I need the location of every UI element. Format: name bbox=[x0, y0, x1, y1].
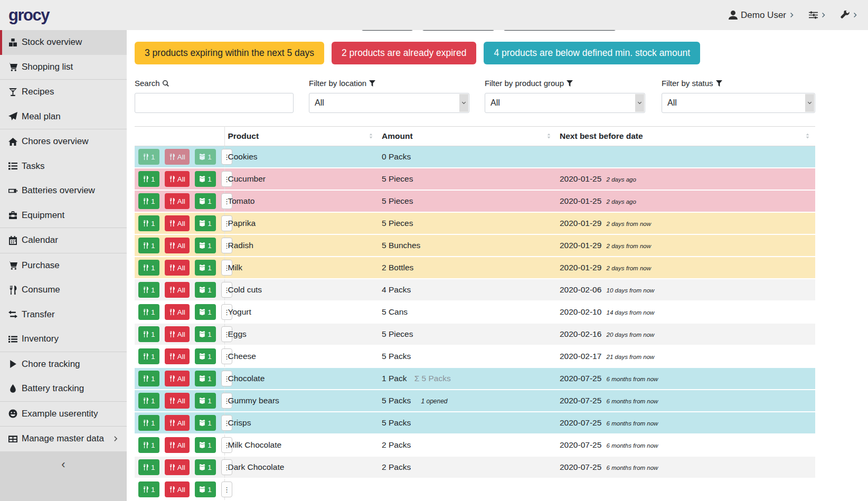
consume-one-button[interactable]: 1 bbox=[138, 415, 159, 431]
consume-one-button[interactable]: 1 bbox=[138, 437, 159, 453]
sidebar-item-batteries-overview[interactable]: Batteries overview bbox=[0, 178, 127, 203]
open-one-button[interactable]: 1 bbox=[195, 238, 216, 253]
open-one-button[interactable]: 1 bbox=[195, 348, 216, 364]
open-one-button[interactable]: 1 bbox=[195, 371, 216, 386]
sidebar-item-transfer[interactable]: Transfer bbox=[0, 303, 127, 327]
consume-one-button[interactable]: 1 bbox=[138, 348, 159, 364]
product-column-header[interactable]: Product bbox=[224, 127, 379, 146]
admin-menu[interactable] bbox=[841, 11, 858, 20]
sidebar-item-example-userentity[interactable]: Example userentity bbox=[0, 402, 127, 427]
product-name: Cookies bbox=[224, 146, 379, 168]
alert-danger[interactable]: 2 products are already expired bbox=[332, 42, 476, 64]
sidebar-item-manage-master-data[interactable]: Manage master data bbox=[0, 427, 127, 451]
consume-one-button[interactable]: 1 bbox=[138, 171, 159, 187]
open-one-button[interactable]: 1 bbox=[195, 459, 216, 475]
product-group-filter-select[interactable]: All bbox=[485, 93, 645, 113]
date-column-header[interactable]: Next best before date bbox=[556, 127, 815, 146]
consume-all-button[interactable]: All bbox=[165, 193, 190, 209]
box-open-icon bbox=[199, 287, 205, 293]
sort-icon[interactable] bbox=[545, 133, 552, 139]
consume-all-button[interactable]: All bbox=[165, 371, 190, 386]
open-one-button[interactable]: 1 bbox=[195, 393, 216, 409]
open-one-button[interactable]: 1 bbox=[195, 215, 216, 231]
consume-one-button[interactable]: 1 bbox=[138, 149, 159, 165]
settings-menu[interactable] bbox=[809, 11, 827, 20]
open-one-button[interactable]: 1 bbox=[195, 326, 216, 342]
open-one-button[interactable]: 1 bbox=[195, 304, 216, 320]
open-one-button[interactable]: 1 bbox=[195, 149, 216, 165]
alert-info[interactable]: 4 products are below defined min. stock … bbox=[484, 42, 700, 64]
sidebar-item-consume[interactable]: Consume bbox=[0, 278, 127, 303]
utensils-icon bbox=[169, 331, 175, 337]
consume-all-button[interactable]: All bbox=[165, 348, 190, 364]
consume-all-button[interactable]: All bbox=[165, 304, 190, 320]
sidebar-item-equipment[interactable]: Equipment bbox=[0, 203, 127, 228]
sidebar-item-shopping-list[interactable]: Shopping list bbox=[0, 55, 127, 80]
cocktail-icon bbox=[8, 88, 17, 97]
consume-one-button[interactable]: 1 bbox=[138, 215, 159, 231]
stock-table: Product Amount Next best before date 1 A… bbox=[135, 126, 815, 501]
open-one-button[interactable]: 1 bbox=[195, 260, 216, 276]
amount-column-header[interactable]: Amount bbox=[379, 127, 556, 146]
table-row: 1 All 1 ⋮ bbox=[135, 478, 815, 500]
location-filter-select[interactable]: All bbox=[309, 93, 469, 113]
sidebar-item-purchase[interactable]: Purchase bbox=[0, 253, 127, 278]
consume-one-button[interactable]: 1 bbox=[138, 304, 159, 320]
consume-one-button[interactable]: 1 bbox=[138, 282, 159, 298]
consume-all-button[interactable]: All bbox=[165, 437, 190, 453]
utensils-icon bbox=[169, 375, 175, 382]
open-one-button[interactable]: 1 bbox=[195, 282, 216, 298]
main-content: Stock overview 19 Products Journal Stock… bbox=[127, 0, 868, 471]
sidebar-item-tasks[interactable]: Tasks bbox=[0, 154, 127, 179]
consume-one-button[interactable]: 1 bbox=[138, 238, 159, 253]
consume-all-button[interactable]: All bbox=[165, 260, 190, 276]
consume-all-button[interactable]: All bbox=[165, 459, 190, 475]
open-one-button[interactable]: 1 bbox=[195, 481, 216, 497]
sidebar-item-chore-tracking[interactable]: Chore tracking bbox=[0, 352, 127, 377]
sidebar-item-meal-plan[interactable]: Meal plan bbox=[0, 105, 127, 129]
alert-warning[interactable]: 3 products expiring within the next 5 da… bbox=[135, 42, 324, 64]
sidebar-item-stock-overview[interactable]: Stock overview bbox=[0, 30, 127, 55]
consume-one-button[interactable]: 1 bbox=[138, 260, 159, 276]
amount: 5 Pieces bbox=[382, 196, 413, 205]
sort-icon[interactable] bbox=[804, 133, 811, 139]
row-more-button[interactable]: ⋮ bbox=[221, 481, 232, 497]
consume-one-button[interactable]: 1 bbox=[138, 193, 159, 209]
consume-all-button[interactable]: All bbox=[165, 282, 190, 298]
table-row: 1 All 1 ⋮ Cheese 5 Packs 2020-02-17 21 d… bbox=[135, 345, 815, 367]
open-one-button[interactable]: 1 bbox=[195, 415, 216, 431]
consume-all-button[interactable]: All bbox=[165, 171, 190, 187]
table-row: 1 All 1 ⋮ Crisps 5 Packs 2020-07-25 6 mo… bbox=[135, 412, 815, 434]
open-one-button[interactable]: 1 bbox=[195, 437, 216, 453]
status-filter-select[interactable]: All bbox=[662, 93, 815, 113]
search-input[interactable] bbox=[135, 93, 294, 113]
status-filter-label: Filter by status bbox=[662, 79, 815, 88]
utensils-icon bbox=[169, 220, 175, 226]
sidebar-item-chores-overview[interactable]: Chores overview bbox=[0, 129, 127, 154]
consume-all-button[interactable]: All bbox=[165, 238, 190, 253]
user-menu[interactable]: Demo User bbox=[729, 10, 795, 21]
consume-one-button[interactable]: 1 bbox=[138, 459, 159, 475]
open-one-button[interactable]: 1 bbox=[195, 193, 216, 209]
consume-all-button[interactable]: All bbox=[165, 326, 190, 342]
sidebar-collapse-button[interactable]: ‹ bbox=[0, 451, 127, 501]
sidebar-item-inventory[interactable]: Inventory bbox=[0, 327, 127, 352]
consume-all-button[interactable]: All bbox=[165, 393, 190, 409]
consume-one-button[interactable]: 1 bbox=[138, 371, 159, 386]
sidebar-item-calendar[interactable]: Calendar bbox=[0, 228, 127, 253]
box-open-icon bbox=[199, 154, 205, 160]
consume-one-button[interactable]: 1 bbox=[138, 481, 159, 497]
utensils-icon bbox=[143, 442, 149, 448]
search-icon bbox=[163, 80, 169, 87]
sidebar-item-battery-tracking[interactable]: Battery tracking bbox=[0, 376, 127, 401]
open-one-button[interactable]: 1 bbox=[195, 171, 216, 187]
sort-icon[interactable] bbox=[367, 133, 374, 139]
consume-all-button[interactable]: All bbox=[165, 149, 190, 165]
toolbox-icon bbox=[8, 211, 17, 220]
sidebar-item-recipes[interactable]: Recipes bbox=[0, 80, 127, 105]
consume-all-button[interactable]: All bbox=[165, 415, 190, 431]
consume-all-button[interactable]: All bbox=[165, 481, 190, 497]
consume-one-button[interactable]: 1 bbox=[138, 393, 159, 409]
consume-one-button[interactable]: 1 bbox=[138, 326, 159, 342]
consume-all-button[interactable]: All bbox=[165, 215, 190, 231]
